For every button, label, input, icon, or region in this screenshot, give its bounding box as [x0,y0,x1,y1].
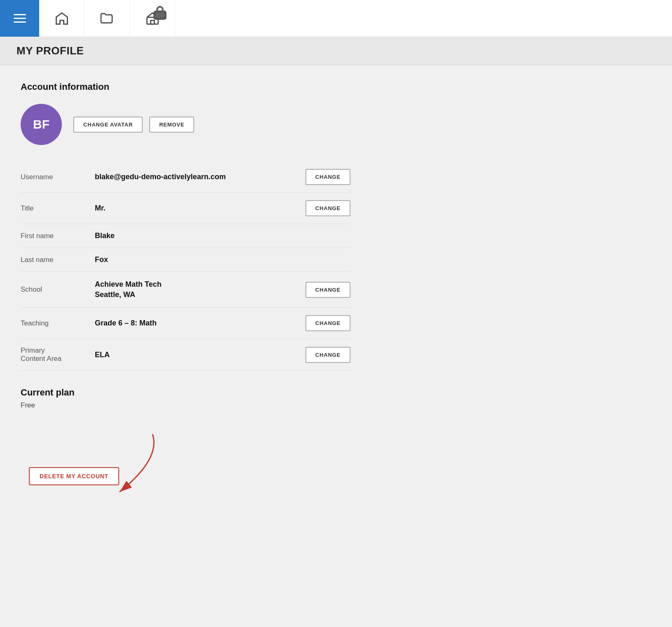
profile-value-3: Fox [95,255,350,264]
profile-row-6: Primary Content AreaELACHANGE [21,339,350,371]
nav-items [39,0,175,37]
school-nav-item[interactable] [130,0,175,37]
delete-account-button[interactable]: DELETE MY ACCOUNT [29,467,119,485]
folder-nav-item[interactable] [85,0,130,37]
page-title-bar: MY PROFILE [0,37,672,65]
plan-value: Free [21,401,350,409]
profile-row-2: First nameBlake [21,224,350,248]
delete-section: DELETE MY ACCOUNT [21,434,350,485]
profile-row-4: SchoolAchieve Math Tech Seattle, WACHANG… [21,272,350,308]
avatar-buttons: CHANGE AVATAR REMOVE [73,117,194,133]
profile-label-0: Username [21,173,95,181]
folder-icon [100,11,115,26]
profile-row-3: Last nameFox [21,248,350,272]
hamburger-icon [14,14,26,23]
change-title-button[interactable]: CHANGE [305,200,350,216]
remove-avatar-button[interactable]: REMOVE [149,117,194,133]
avatar-row: BF CHANGE AVATAR REMOVE [21,104,350,145]
account-section-heading: Account information [21,82,350,92]
change-avatar-button[interactable]: CHANGE AVATAR [73,117,143,133]
profile-value-1: Mr. [95,204,297,213]
profile-fields: Usernameblake@gedu-demo-activelylearn.co… [21,161,350,371]
hamburger-button[interactable] [0,0,39,37]
profile-value-4: Achieve Math Tech Seattle, WA [95,279,297,300]
plan-section: Current plan Free [21,387,350,409]
profile-label-5: Teaching [21,319,95,328]
profile-row-5: TeachingGrade 6 – 8: MathCHANGE [21,308,350,339]
lock-icon [153,5,167,20]
profile-value-6: ELA [95,351,297,359]
change-teaching-button[interactable]: CHANGE [305,315,350,331]
profile-value-2: Blake [95,232,350,240]
change-content-area-button[interactable]: CHANGE [305,347,350,363]
profile-row-1: TitleMr.CHANGE [21,193,350,224]
profile-row-0: Usernameblake@gedu-demo-activelylearn.co… [21,161,350,193]
home-icon [54,11,69,26]
navbar [0,0,672,37]
profile-value-0: blake@gedu-demo-activelylearn.com [95,173,297,181]
page-title: MY PROFILE [16,44,656,57]
profile-label-3: Last name [21,256,95,264]
main-content: Account information BF CHANGE AVATAR REM… [0,65,371,502]
profile-value-5: Grade 6 – 8: Math [95,319,297,328]
profile-label-4: School [21,285,95,294]
change-school-button[interactable]: CHANGE [305,282,350,298]
profile-label-1: Title [21,204,95,213]
profile-label-6: Primary Content Area [21,346,95,363]
profile-label-2: First name [21,232,95,240]
change-username-button[interactable]: CHANGE [305,169,350,185]
plan-section-heading: Current plan [21,387,350,398]
avatar: BF [21,104,62,145]
svg-rect-1 [155,12,166,19]
home-nav-item[interactable] [39,0,85,37]
